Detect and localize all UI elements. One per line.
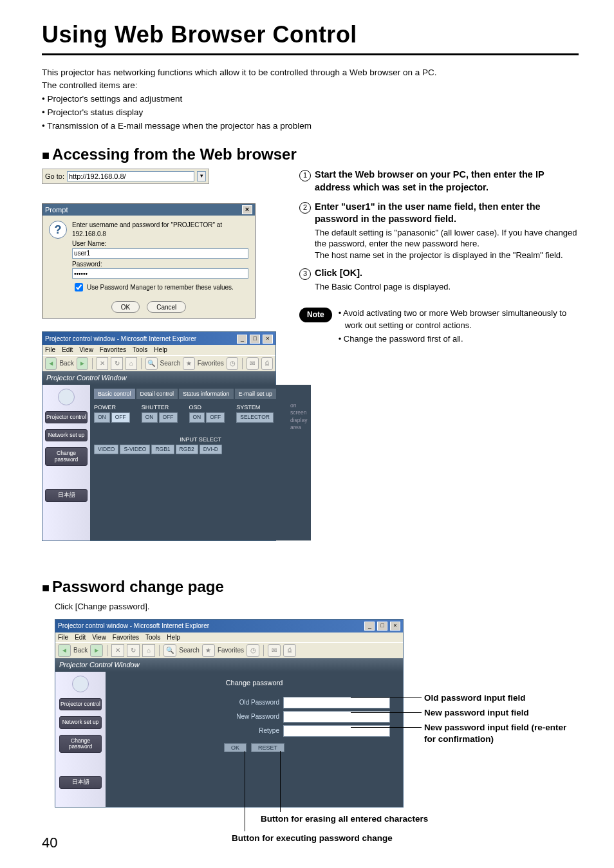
- sidebar-network-setup-2[interactable]: Network set up: [59, 716, 102, 728]
- back-icon-2[interactable]: ◄: [58, 644, 71, 657]
- forward-icon-2[interactable]: ►: [90, 644, 103, 657]
- menu-tools[interactable]: Tools: [133, 346, 147, 355]
- maximize-icon[interactable]: □: [250, 335, 260, 344]
- input-svideo-button[interactable]: S-VIDEO: [120, 445, 150, 454]
- power-on-button[interactable]: ON: [94, 412, 110, 422]
- tab-status-info[interactable]: Status information: [179, 389, 234, 399]
- menu-help[interactable]: Help: [154, 346, 167, 355]
- system-selector-button[interactable]: SELECTOR: [236, 412, 274, 422]
- refresh-icon[interactable]: ↻: [111, 357, 122, 370]
- menu-view[interactable]: View: [79, 346, 93, 355]
- tab-detail-control[interactable]: Detail control: [136, 389, 178, 399]
- menu-tools-2[interactable]: Tools: [145, 633, 160, 642]
- menu-edit[interactable]: Edit: [62, 346, 73, 355]
- back-label: Back: [59, 359, 73, 368]
- question-icon: ?: [49, 221, 67, 239]
- search-icon-2[interactable]: 🔍: [163, 644, 176, 657]
- osd-off-button[interactable]: OFF: [206, 412, 225, 422]
- menu-favorites[interactable]: Favorites: [100, 346, 126, 355]
- sidebar-projector-control-2[interactable]: Projector control: [59, 698, 102, 710]
- favorites-label-2: Favorites: [218, 646, 244, 655]
- print-icon[interactable]: ⎙: [261, 357, 273, 370]
- print-icon-2[interactable]: ⎙: [283, 644, 296, 657]
- username-label: User Name:: [72, 239, 248, 248]
- shutter-on-button[interactable]: ON: [142, 412, 158, 422]
- pcc-sidebar: Projector control Network set up Change …: [42, 385, 90, 540]
- forward-icon[interactable]: ►: [77, 357, 88, 370]
- sidebar-japanese[interactable]: 日本語: [45, 489, 88, 501]
- intro-line2: The controlled items are:: [42, 80, 579, 92]
- home-icon[interactable]: ⌂: [126, 357, 137, 370]
- change-password-window: Projector control window - Microsoft Int…: [55, 619, 404, 808]
- click-change-password-text: Click [Change password].: [55, 601, 579, 613]
- pcc-header-2: Projector Control Window: [55, 658, 403, 672]
- menu-help-2[interactable]: Help: [167, 633, 180, 642]
- sidebar-projector-control[interactable]: Projector control: [45, 411, 88, 423]
- search-label: Search: [160, 359, 181, 368]
- history-icon-2[interactable]: ◷: [247, 644, 259, 657]
- tab-basic-control[interactable]: Basic control: [94, 389, 135, 399]
- menu-file[interactable]: File: [45, 346, 55, 355]
- title-underline: [42, 53, 579, 55]
- goto-input[interactable]: [67, 171, 194, 181]
- home-icon-2[interactable]: ⌂: [142, 644, 155, 657]
- sidebar-change-password[interactable]: Change password: [45, 447, 88, 466]
- favorites-icon[interactable]: ★: [183, 357, 194, 370]
- favorites-icon-2[interactable]: ★: [202, 644, 215, 657]
- osd-on-button[interactable]: ON: [189, 412, 205, 422]
- menu-view-2[interactable]: View: [92, 633, 106, 642]
- remember-checkbox[interactable]: [75, 283, 83, 291]
- back-icon[interactable]: ◄: [45, 357, 57, 370]
- projector-control-window: Projector control window - Microsoft Int…: [42, 331, 276, 540]
- refresh-icon-2[interactable]: ↻: [127, 644, 140, 657]
- mail-icon[interactable]: ✉: [247, 357, 258, 370]
- note-item-1: • Change the password first of all.: [339, 333, 579, 345]
- minimize-icon-2[interactable]: _: [364, 622, 375, 631]
- stop-icon[interactable]: ✕: [97, 357, 108, 370]
- auth-prompt-dialog: Prompt × ? Enter username and password f…: [42, 203, 256, 319]
- page-title: Using Web Browser Control: [42, 19, 579, 51]
- menu-edit-2[interactable]: Edit: [75, 633, 86, 642]
- menu-file-2[interactable]: File: [58, 633, 68, 642]
- sidebar-network-setup[interactable]: Network set up: [45, 429, 88, 441]
- username-input[interactable]: [72, 248, 248, 259]
- input-rgb2-button[interactable]: RGB2: [176, 445, 198, 454]
- tab-email-setup[interactable]: E-mail set up: [235, 389, 277, 399]
- goto-label: Go to:: [45, 172, 64, 181]
- step-3-number: 3: [299, 268, 311, 280]
- cancel-button[interactable]: Cancel: [147, 301, 186, 313]
- note-item-0: • Avoid activating two or more Web brows…: [339, 308, 579, 331]
- annot-new-password: New password input field: [424, 707, 529, 719]
- step-2-number: 2: [299, 202, 311, 214]
- input-dvid-button[interactable]: DVI-D: [200, 445, 222, 454]
- ok-button[interactable]: OK: [111, 301, 140, 313]
- power-label: POWER: [94, 403, 116, 411]
- power-off-button[interactable]: OFF: [111, 412, 130, 422]
- prompt-title-text: Prompt: [45, 205, 68, 215]
- cp-ok-button[interactable]: OK: [224, 743, 247, 752]
- osd-label: OSD: [189, 403, 202, 411]
- close-icon[interactable]: ×: [242, 205, 252, 214]
- annot-ok: Button for executing password change: [232, 833, 393, 844]
- maximize-icon-2[interactable]: □: [377, 622, 387, 631]
- input-rgb1-button[interactable]: RGB1: [151, 445, 174, 454]
- close-window-icon[interactable]: ×: [263, 335, 273, 344]
- shutter-off-button[interactable]: OFF: [159, 412, 178, 422]
- sidebar-change-password-2[interactable]: Change password: [59, 735, 102, 753]
- annot-old-password: Old password input field: [424, 692, 526, 704]
- stop-icon-2[interactable]: ✕: [111, 644, 124, 657]
- close-window-icon-2[interactable]: ×: [390, 622, 400, 631]
- password-input[interactable]: [72, 268, 248, 279]
- menu-favorites-2[interactable]: Favorites: [113, 633, 139, 642]
- cp-title: Change password: [118, 678, 390, 688]
- minimize-icon[interactable]: _: [237, 335, 247, 344]
- sidebar-japanese-2[interactable]: 日本語: [59, 776, 102, 788]
- mail-icon-2[interactable]: ✉: [268, 644, 281, 657]
- old-password-input[interactable]: [283, 697, 390, 708]
- search-icon[interactable]: 🔍: [145, 357, 157, 370]
- input-video-button[interactable]: VIDEO: [94, 445, 118, 454]
- history-icon[interactable]: ◷: [227, 357, 238, 370]
- step-1-title: Start the Web browser on your PC, then e…: [315, 169, 579, 194]
- annot-retype: New password input field (re-enter for c…: [424, 722, 579, 745]
- goto-dropdown-icon[interactable]: ▾: [197, 171, 206, 181]
